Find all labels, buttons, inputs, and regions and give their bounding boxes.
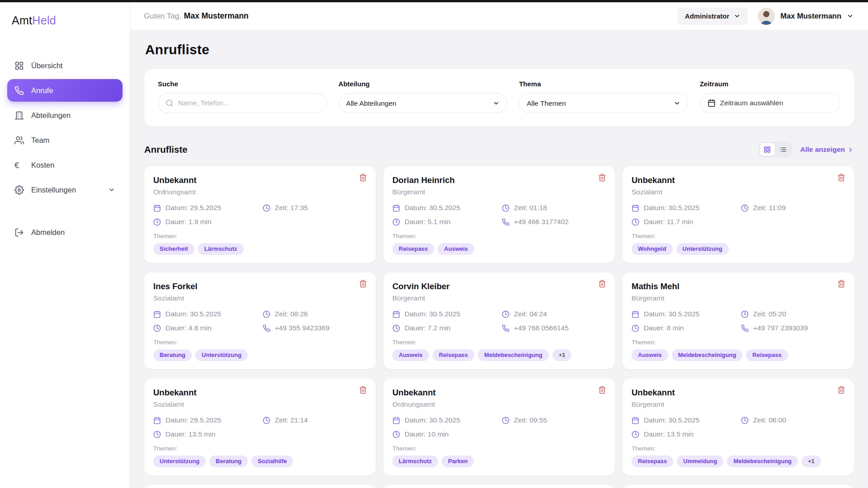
call-meta: Datum: 30.5.2025 Zeit: 06:00 Dauer: 13.5… xyxy=(632,416,845,438)
topic-select[interactable]: Alle Themen xyxy=(527,99,680,107)
calendar-icon xyxy=(708,99,716,107)
topic-chip: Beratung xyxy=(153,349,192,361)
calendar-icon xyxy=(153,417,161,424)
call-duration: Dauer: 4.8 min xyxy=(153,324,263,332)
call-duration-text: Dauer: 10 min xyxy=(405,430,448,438)
topic-chips: UnterstützungBeratungSozialhilfe xyxy=(153,455,367,467)
call-phone: +49 355 9423369 xyxy=(263,324,367,332)
call-date-text: Datum: 30.5.2025 xyxy=(405,310,460,318)
department-name: Bürgeramt xyxy=(632,294,845,302)
call-date: Datum: 30.5.2025 xyxy=(392,416,502,424)
call-time-text: Zeit: 06:00 xyxy=(753,416,786,424)
caller-name: Unbekannt xyxy=(153,175,367,185)
call-card[interactable]: Vivien Goller Bürgeramt xyxy=(144,485,376,488)
delete-call-button[interactable] xyxy=(598,386,607,395)
sidebar-item-anrufe[interactable]: Anrufe xyxy=(7,79,123,102)
call-meta: Datum: 30.5.2025 Zeit: 01:18 Dauer: 5.1 … xyxy=(392,204,606,226)
delete-call-button[interactable] xyxy=(837,174,846,183)
call-card[interactable]: Ines Forkel Sozialamt Datum: 30.5.2025 Z… xyxy=(144,272,376,369)
clock-icon xyxy=(153,431,161,438)
topic-chip: Ausweis xyxy=(392,349,429,361)
call-duration-text: Dauer: 13.5 min xyxy=(644,430,693,438)
call-time: Zeit: 21:14 xyxy=(263,416,367,424)
call-card[interactable]: Corvin Kleiber Bürgeramt Datum: 30.5.202… xyxy=(383,272,615,369)
call-card[interactable]: Unbekannt Sozialamt Datum: 30.5.2025 Zei… xyxy=(623,166,854,263)
delete-call-button[interactable] xyxy=(837,386,846,395)
topic-chip: Reisepass xyxy=(746,349,788,361)
call-duration-text: Dauer: 11.7 min xyxy=(644,218,693,226)
sidebar-item-uebersicht[interactable]: Übersicht xyxy=(7,54,123,77)
grid-icon xyxy=(14,61,24,70)
chevron-down-icon xyxy=(734,13,741,19)
delete-call-button[interactable] xyxy=(359,174,368,183)
header-right: Administrator Max Mustermann xyxy=(678,8,854,25)
call-date-text: Datum: 30.5.2025 xyxy=(644,204,699,212)
call-time: Zeit: 17:35 xyxy=(263,204,367,212)
call-card[interactable]: Dorian Heinrich Bürgeramt Datum: 30.5.20… xyxy=(383,166,615,263)
topic-chips: ReisepassAusweis xyxy=(392,243,606,255)
search-label: Suche xyxy=(158,80,327,88)
call-date-text: Datum: 30.5.2025 xyxy=(644,416,699,424)
department-select[interactable]: Alle Abteilungen xyxy=(346,99,500,107)
role-label: Administrator xyxy=(685,12,729,20)
clock-icon xyxy=(502,310,509,318)
filter-department: Abteilung Alle Abteilungen xyxy=(339,80,508,113)
call-card[interactable]: Marah Kosenkow Standesamt xyxy=(383,485,615,488)
search-input[interactable] xyxy=(178,99,319,107)
sidebar-item-kosten[interactable]: €Kosten xyxy=(7,154,123,176)
delete-call-button[interactable] xyxy=(598,280,607,289)
call-date: Datum: 29.5.2025 xyxy=(153,204,263,212)
show-all-link[interactable]: Alle anzeigen xyxy=(800,145,854,154)
delete-call-button[interactable] xyxy=(359,280,368,289)
topic-chip: Lärmschutz xyxy=(392,455,438,467)
sidebar-item-abmelden[interactable]: Abmelden xyxy=(7,221,123,244)
call-card[interactable]: Unbekannt Ordnungsamt Datum: 29.5.2025 Z… xyxy=(144,166,376,263)
call-phone: +49 466 3177402 xyxy=(502,218,606,226)
call-meta: Datum: 30.5.2025 Zeit: 04:24 Dauer: 7.2 … xyxy=(392,310,606,332)
topics-label: Themen: xyxy=(392,445,606,452)
call-card[interactable]: Andre Bäcker Ordnungsamt xyxy=(623,485,854,488)
call-card[interactable]: Unbekannt Sozialamt Datum: 29.5.2025 Zei… xyxy=(144,379,376,475)
list-view-button[interactable] xyxy=(776,143,791,156)
delete-call-button[interactable] xyxy=(359,386,368,395)
topic-chip: Meldebescheinigung xyxy=(672,349,743,361)
delete-call-button[interactable] xyxy=(598,174,607,183)
call-time-text: Zeit: 09:55 xyxy=(514,416,547,424)
call-card[interactable]: Mathis Mehl Bürgeramt Datum: 30.5.2025 Z… xyxy=(623,272,854,369)
call-duration-text: Dauer: 4.8 min xyxy=(165,324,212,332)
call-duration: Dauer: 7.2 min xyxy=(392,324,502,332)
department-name: Ordnungsamt xyxy=(392,400,606,408)
call-meta: Datum: 29.5.2025 Zeit: 21:14 Dauer: 13.5… xyxy=(153,416,367,438)
role-dropdown[interactable]: Administrator xyxy=(678,8,748,25)
call-time-text: Zeit: 01:18 xyxy=(514,204,547,212)
sidebar-item-team[interactable]: Team xyxy=(7,129,123,151)
phone-icon xyxy=(14,86,24,95)
clock-icon xyxy=(632,324,639,332)
call-duration-text: Dauer: 1.9 min xyxy=(165,218,212,226)
more-topics-chip: +1 xyxy=(802,455,821,467)
user-menu[interactable]: Max Mustermann xyxy=(758,8,854,25)
greeting-user-name: Max Mustermann xyxy=(184,11,249,20)
list-header: Anrufliste Alle anzeigen xyxy=(144,142,854,157)
call-card[interactable]: Unbekannt Bürgeramt Datum: 30.5.2025 Zei… xyxy=(623,379,854,475)
grid-view-button[interactable] xyxy=(760,143,775,156)
delete-call-button[interactable] xyxy=(837,280,846,289)
topics-label: Themen: xyxy=(632,445,845,452)
phone-icon xyxy=(741,324,749,332)
topic-chip: Reisepass xyxy=(392,243,434,255)
period-picker-button[interactable]: Zeitraum auswählen xyxy=(700,93,840,113)
phone-icon xyxy=(502,324,509,332)
topics-label: Themen: xyxy=(392,233,606,239)
topic-chip: Parken xyxy=(442,455,474,467)
call-duration: Dauer: 5.1 min xyxy=(392,218,502,226)
department-name: Bürgeramt xyxy=(632,400,845,408)
search-icon xyxy=(165,99,174,107)
call-card[interactable]: Unbekannt Ordnungsamt Datum: 30.5.2025 Z… xyxy=(383,379,615,475)
clock-icon xyxy=(153,218,161,226)
sidebar-item-abteilungen[interactable]: Abteilungen xyxy=(7,104,123,127)
call-duration-text: Dauer: 13.5 min xyxy=(165,430,215,438)
call-phone-text: +49 466 3177402 xyxy=(514,218,569,226)
content-column: Guten Tag,Max Mustermann Administrator M… xyxy=(130,2,868,488)
sidebar-item-einstellungen[interactable]: Einstellungen xyxy=(7,178,123,201)
call-cards-grid: Unbekannt Ordnungsamt Datum: 29.5.2025 Z… xyxy=(144,166,854,488)
